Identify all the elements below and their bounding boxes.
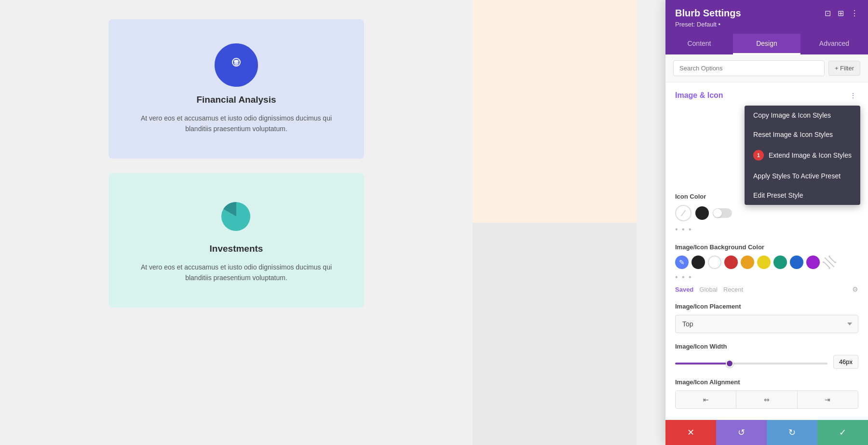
color-settings-icon[interactable]: ⚙ xyxy=(852,285,858,293)
bg-color-yellow[interactable] xyxy=(757,256,771,269)
panel-preset[interactable]: Preset: Default • xyxy=(675,21,858,28)
tab-design[interactable]: Design xyxy=(733,34,800,54)
bg-color-green[interactable] xyxy=(773,256,787,269)
placement-field: Image/Icon Placement Top Left Right Bott… xyxy=(675,303,858,333)
bg-color-purple[interactable] xyxy=(806,256,820,269)
bg-color-black[interactable] xyxy=(692,256,705,269)
blurb-text-financial: At vero eos et accusamus et iusto odio d… xyxy=(137,113,335,135)
content-area: Financial Analysis At vero eos et accusa… xyxy=(0,0,473,445)
slider-row xyxy=(675,355,858,369)
sub-tab-global[interactable]: Global xyxy=(699,286,718,293)
width-value[interactable] xyxy=(833,355,858,369)
blurb-card-financial: Financial Analysis At vero eos et accusa… xyxy=(108,19,364,159)
panel-tabs: Content Design Advanced xyxy=(665,34,868,54)
context-menu-item-apply[interactable]: Apply Styles To Active Preset xyxy=(745,166,860,186)
blurb-title-financial: Financial Analysis xyxy=(196,94,276,105)
bg-color-label: Image/Icon Background Color xyxy=(675,243,858,251)
svg-point-11 xyxy=(234,64,239,67)
alignment-field: Image/Icon Alignment ⇤ ⇔ ⇥ xyxy=(675,378,858,409)
bg-color-red[interactable] xyxy=(724,256,738,269)
bg-color-orange[interactable] xyxy=(741,256,754,269)
section-title: Image & Icon xyxy=(675,91,723,100)
alignment-label: Image/Icon Alignment xyxy=(675,378,858,386)
blurb-title-investments: Investments xyxy=(210,243,263,254)
settings-panel: Blurb Settings ⊡ ⊞ ⋮ Preset: Default • C… xyxy=(665,0,868,445)
copy-icon[interactable]: ⊡ xyxy=(825,9,831,18)
icon-color-black[interactable] xyxy=(695,206,709,220)
align-center-icon: ⇔ xyxy=(764,396,770,404)
bg-color-white[interactable] xyxy=(708,256,721,269)
undo-button[interactable]: ↺ xyxy=(716,420,767,445)
tab-content[interactable]: Content xyxy=(665,34,733,54)
pie-icon xyxy=(217,197,256,236)
extend-badge: 1 xyxy=(753,150,764,161)
sub-tab-saved[interactable]: Saved xyxy=(675,286,693,293)
align-right-btn[interactable]: ⇥ xyxy=(798,391,858,408)
redo-button[interactable]: ↻ xyxy=(767,420,817,445)
align-left-btn[interactable]: ⇤ xyxy=(676,391,736,408)
cancel-button[interactable]: ✕ xyxy=(665,420,716,445)
bg-color-striped[interactable] xyxy=(823,256,836,269)
width-slider[interactable] xyxy=(675,363,827,364)
search-input[interactable] xyxy=(673,60,825,76)
section-more-icon[interactable]: ⋮ xyxy=(848,90,858,101)
bg-color-blue[interactable] xyxy=(790,256,803,269)
panel-search: + Filter xyxy=(665,54,868,82)
icon-color-toggle[interactable] xyxy=(713,208,732,218)
context-menu: Copy Image & Icon Styles Reset Image & I… xyxy=(745,106,860,205)
more-icon[interactable]: ⋮ xyxy=(851,9,858,18)
panel-title: Blurb Settings xyxy=(675,8,741,19)
icon-color-preview[interactable]: / xyxy=(675,205,692,221)
width-field: Image/Icon Width xyxy=(675,343,858,369)
panel-header-top: Blurb Settings ⊡ ⊞ ⋮ xyxy=(675,8,858,19)
bg-card-top xyxy=(473,0,637,223)
placement-select[interactable]: Top Left Right Bottom xyxy=(675,315,858,333)
alignment-row: ⇤ ⇔ ⇥ xyxy=(675,391,858,409)
section-header: Image & Icon ⋮ xyxy=(675,90,858,101)
sub-tab-recent[interactable]: Recent xyxy=(723,286,743,293)
filter-button[interactable]: + Filter xyxy=(828,61,860,76)
coins-icon xyxy=(227,55,246,75)
icon-color-dots: • • • xyxy=(675,225,858,234)
panel-header-icons: ⊡ ⊞ ⋮ xyxy=(825,9,858,18)
bg-color-row: ✎ xyxy=(675,256,858,269)
align-left-icon: ⇤ xyxy=(703,396,709,404)
bg-color-dots: • • • xyxy=(675,273,858,282)
panel-body: Image & Icon ⋮ Copy Image & Icon Styles … xyxy=(665,82,868,420)
context-menu-item-reset[interactable]: Reset Image & Icon Styles xyxy=(745,125,860,144)
tab-advanced[interactable]: Advanced xyxy=(800,34,868,54)
section-actions: ⋮ xyxy=(848,90,858,101)
bg-card-bottom xyxy=(473,223,637,445)
bg-cards xyxy=(473,0,637,445)
color-sub-tabs: Saved Global Recent ⚙ xyxy=(675,285,858,293)
placement-label: Image/Icon Placement xyxy=(675,303,858,310)
bg-color-field: Image/Icon Background Color ✎ • • • Save… xyxy=(675,243,858,293)
context-menu-item-copy[interactable]: Copy Image & Icon Styles xyxy=(745,106,860,125)
no-color-slash: / xyxy=(680,207,686,219)
right-area: Blurb Settings ⊡ ⊞ ⋮ Preset: Default • C… xyxy=(473,0,868,445)
blurb-card-investments: Investments At vero eos et accusamus et … xyxy=(108,173,364,308)
grid-icon[interactable]: ⊞ xyxy=(838,9,844,18)
context-menu-item-edit[interactable]: Edit Preset Style xyxy=(745,186,860,205)
align-right-icon: ⇥ xyxy=(825,396,830,404)
panel-footer: ✕ ↺ ↻ ✓ xyxy=(665,420,868,445)
save-button[interactable]: ✓ xyxy=(817,420,868,445)
panel-header: Blurb Settings ⊡ ⊞ ⋮ Preset: Default • xyxy=(665,0,868,34)
bg-color-edit[interactable]: ✎ xyxy=(675,256,689,269)
context-menu-item-extend[interactable]: 1 Extend Image & Icon Styles xyxy=(745,144,860,166)
financial-icon-circle xyxy=(215,43,258,87)
align-center-btn[interactable]: ⇔ xyxy=(736,391,797,408)
blurb-text-investments: At vero eos et accusamus et iusto odio d… xyxy=(137,262,335,283)
toggle-thumb xyxy=(713,209,722,217)
width-label: Image/Icon Width xyxy=(675,343,858,350)
slider-wrapper xyxy=(675,358,827,366)
icon-color-row: / xyxy=(675,205,858,221)
